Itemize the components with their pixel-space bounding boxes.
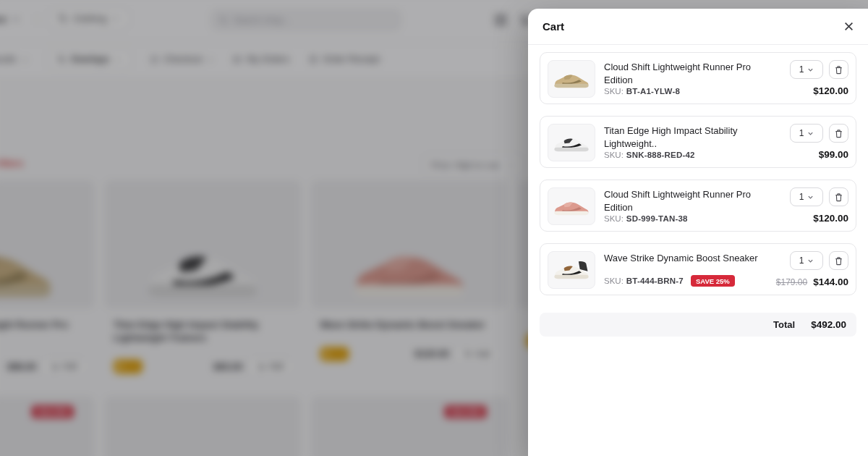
cart-item-title: Cloud Shift Lightweight Runner Pro Editi… — [604, 61, 781, 86]
cart-item-price: $99.00 — [819, 149, 848, 160]
sku-label: SKU: — [604, 214, 624, 223]
chevron-down-icon — [807, 258, 814, 264]
quantity-value: 1 — [799, 64, 804, 75]
trash-icon — [834, 65, 843, 75]
cart-items-list: Cloud Shift Lightweight Runner Pro Editi… — [528, 45, 868, 295]
cart-item-title: Titan Edge High Impact Stability Lightwe… — [604, 124, 781, 150]
product-thumbnail — [548, 251, 595, 289]
cart-item-price: $120.00 — [813, 213, 848, 224]
cart-item-old-price: $179.00 — [776, 277, 807, 287]
cart-item: Cloud Shift Lightweight Runner Pro Editi… — [540, 52, 856, 104]
cart-item-title: Cloud Shift Lightweight Runner Pro Editi… — [604, 188, 781, 214]
chevron-down-icon — [807, 67, 814, 73]
cart-item: Cloud Shift Lightweight Runner Pro Editi… — [540, 180, 856, 232]
trash-icon — [834, 193, 843, 202]
product-thumbnail — [548, 187, 595, 225]
sku-label: SKU: — [604, 151, 624, 159]
cart-item-title: Wave Strike Dynamic Boost Sneaker — [604, 252, 767, 265]
quantity-select[interactable]: 1 — [790, 124, 823, 143]
cart-total-row: Total $492.00 — [540, 313, 856, 337]
cart-modal: Cart Cloud Shift Lightweight Runner Pro … — [528, 9, 868, 456]
delete-item-button[interactable] — [829, 60, 848, 79]
save-badge: SAVE 25% — [691, 275, 735, 287]
quantity-select[interactable]: 1 — [790, 60, 823, 79]
quantity-select[interactable]: 1 — [790, 251, 823, 270]
product-thumbnail — [548, 124, 595, 161]
chevron-down-icon — [807, 194, 814, 200]
trash-icon — [834, 256, 843, 266]
chevron-down-icon — [807, 130, 814, 137]
quantity-value: 1 — [799, 128, 804, 138]
trash-icon — [834, 129, 843, 138]
shoe-image — [552, 67, 591, 90]
close-icon[interactable] — [841, 19, 856, 35]
cart-title: Cart — [542, 20, 564, 33]
cart-item-price: $120.00 — [813, 85, 848, 96]
shoe-image — [552, 258, 591, 282]
cart-header: Cart — [528, 9, 868, 45]
quantity-value: 1 — [799, 256, 804, 266]
shoe-image — [552, 195, 591, 218]
quantity-select[interactable]: 1 — [790, 187, 823, 206]
quantity-value: 1 — [799, 192, 804, 202]
cart-item-price: $144.00 — [813, 276, 848, 287]
shoe-image — [552, 131, 591, 154]
sku-value: SD-999-TAN-38 — [626, 214, 688, 223]
sku-value: SNK-888-RED-42 — [626, 151, 695, 159]
sku-label: SKU: — [604, 87, 624, 96]
sku-value: BT-444-BRN-7 — [626, 276, 684, 285]
total-label: Total — [773, 319, 795, 330]
cart-item: Wave Strike Dynamic Boost Sneaker SKU: B… — [540, 243, 856, 295]
delete-item-button[interactable] — [829, 124, 848, 143]
delete-item-button[interactable] — [829, 251, 848, 270]
total-value: $492.00 — [811, 319, 846, 330]
delete-item-button[interactable] — [829, 187, 848, 206]
sku-value: BT-A1-YLW-8 — [626, 87, 680, 96]
sku-label: SKU: — [604, 276, 624, 285]
product-thumbnail — [548, 60, 595, 98]
cart-item: Titan Edge High Impact Stability Lightwe… — [540, 116, 856, 168]
